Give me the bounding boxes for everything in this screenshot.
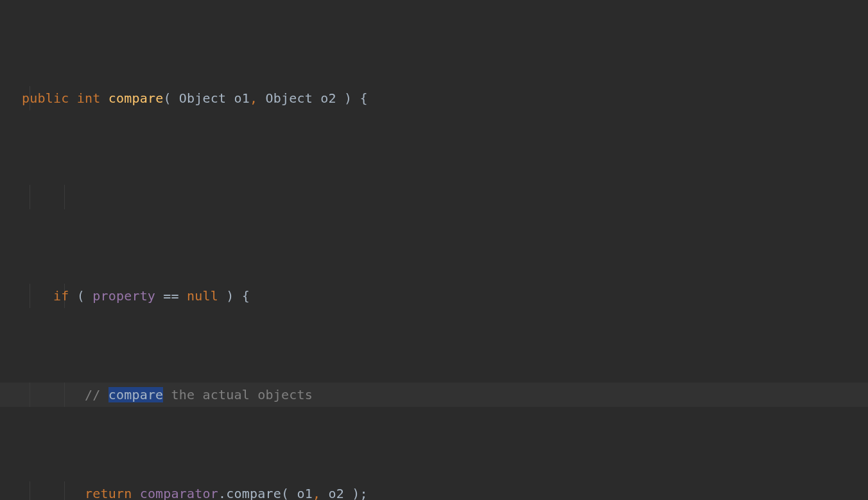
field-ref: comparator (140, 486, 218, 501)
code-line[interactable] (0, 185, 868, 210)
keyword-if: if (53, 288, 69, 304)
code-line[interactable]: return comparator.compare( o1, o2 ); (0, 481, 868, 501)
keyword-null: null (187, 288, 218, 304)
code-line-highlighted[interactable]: // compare the actual objects (0, 383, 868, 408)
code-line[interactable]: public int compare( Object o1, Object o2… (0, 86, 868, 111)
method-name: compare (108, 91, 164, 106)
keyword-return: return (85, 486, 132, 501)
code-editor[interactable]: public int compare( Object o1, Object o2… (0, 0, 868, 500)
keyword-int: int (77, 91, 101, 106)
code-line[interactable]: if ( property == null ) { (0, 284, 868, 309)
comment: // (85, 387, 108, 402)
field-ref: property (92, 288, 155, 304)
keyword-public: public (22, 91, 69, 106)
selected-text: compare (108, 387, 164, 402)
